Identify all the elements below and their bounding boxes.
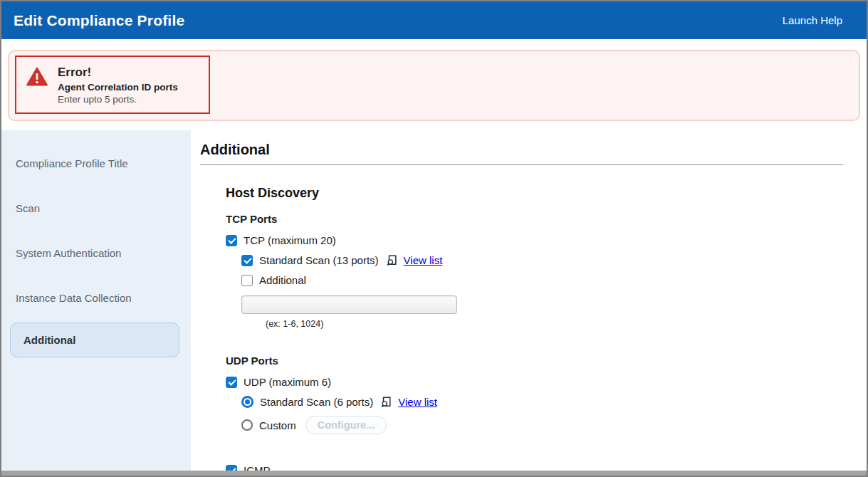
- tcp-additional-row: Additional: [241, 274, 843, 286]
- page-title: Additional: [200, 142, 843, 165]
- main-area: Compliance Profile Title Scan System Aut…: [1, 130, 867, 476]
- error-box: Error! Agent Correlation ID ports Enter …: [15, 56, 210, 114]
- dialog-title: Edit Compliance Profile: [14, 12, 184, 29]
- edit-compliance-profile-dialog: Edit Compliance Profile Launch Help Erro…: [0, 0, 868, 477]
- host-discovery-section: Host Discovery TCP Ports TCP (maximum 20…: [200, 186, 843, 476]
- error-title: Error!: [58, 65, 178, 80]
- bottom-scrollbar[interactable]: [1, 471, 867, 476]
- tcp-checkbox-label[interactable]: TCP (maximum 20): [244, 234, 336, 246]
- sidebar-item-instance-data-collection[interactable]: Instance Data Collection: [1, 278, 191, 318]
- tcp-checkbox-row: TCP (maximum 20): [226, 234, 843, 246]
- launch-help-link[interactable]: Launch Help: [783, 14, 842, 26]
- error-text: Error! Agent Correlation ID ports Enter …: [58, 65, 178, 105]
- sidebar-item-scan[interactable]: Scan: [1, 188, 191, 229]
- tcp-checkbox[interactable]: [226, 235, 237, 246]
- udp-standard-scan-row: Standard Scan (6 ports) View list: [241, 396, 843, 408]
- sidebar-item-additional[interactable]: Additional: [10, 323, 179, 357]
- udp-checkbox-row: UDP (maximum 6): [226, 376, 843, 388]
- tcp-standard-scan-checkbox[interactable]: [241, 255, 253, 266]
- tcp-standard-scan-label[interactable]: Standard Scan (13 ports): [259, 254, 379, 266]
- sidebar-item-system-authentication[interactable]: System Authentication: [1, 233, 191, 273]
- udp-ports-label: UDP Ports: [226, 355, 843, 367]
- tcp-view-list-link[interactable]: View list: [404, 254, 443, 266]
- tcp-ports-label: TCP Ports: [226, 213, 843, 225]
- udp-standard-scan-label[interactable]: Standard Scan (6 ports): [260, 396, 373, 408]
- titlebar: Edit Compliance Profile Launch Help: [1, 1, 867, 39]
- view-list-icon: [381, 397, 392, 408]
- tcp-additional-checkbox[interactable]: [241, 275, 253, 286]
- view-list-icon: [387, 255, 397, 266]
- tcp-additional-ports-input[interactable]: [241, 295, 457, 314]
- tcp-ports-hint: (ex: 1-6, 1024): [266, 319, 843, 329]
- error-subject: Agent Correlation ID ports: [58, 82, 178, 93]
- udp-view-list-link[interactable]: View list: [398, 396, 437, 408]
- sidebar-item-compliance-profile-title[interactable]: Compliance Profile Title: [1, 143, 191, 184]
- udp-checkbox-label[interactable]: UDP (maximum 6): [244, 376, 331, 388]
- error-message: Enter upto 5 ports.: [58, 94, 178, 105]
- sidebar-nav: Compliance Profile Title Scan System Aut…: [1, 130, 191, 476]
- content-pane: Additional Host Discovery TCP Ports TCP …: [191, 130, 867, 476]
- warning-triangle-icon: [26, 67, 48, 89]
- udp-custom-radio[interactable]: [241, 419, 253, 431]
- error-banner-panel: Error! Agent Correlation ID ports Enter …: [8, 50, 860, 121]
- configure-button[interactable]: Configure...: [305, 416, 387, 434]
- udp-custom-row: Custom Configure...: [241, 416, 843, 434]
- host-discovery-title: Host Discovery: [226, 186, 843, 201]
- udp-standard-scan-radio[interactable]: [241, 396, 253, 408]
- tcp-additional-label[interactable]: Additional: [259, 274, 306, 286]
- udp-custom-label[interactable]: Custom: [259, 419, 296, 431]
- tcp-standard-scan-row: Standard Scan (13 ports) View list: [241, 254, 843, 266]
- udp-checkbox[interactable]: [226, 377, 237, 388]
